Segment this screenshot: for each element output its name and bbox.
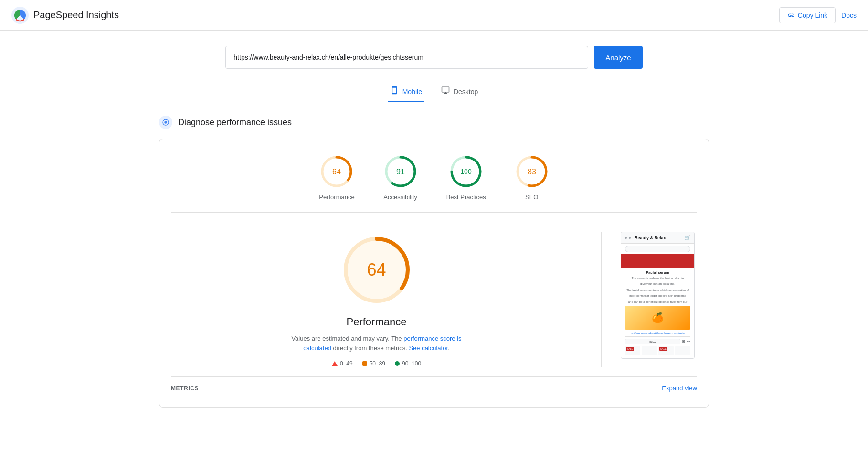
performance-detail-title: Performance bbox=[347, 316, 407, 328]
performance-label: Performance bbox=[319, 193, 354, 201]
device-tabs: Mobile Desktop bbox=[159, 82, 709, 102]
perf-desc-prefix: Values are estimated and may vary. The bbox=[291, 335, 403, 342]
performance-left: 64 Performance Values are estimated and … bbox=[171, 232, 582, 367]
svg-text:91: 91 bbox=[396, 168, 405, 176]
svg-text:100: 100 bbox=[461, 168, 472, 175]
header: PageSpeed Insights Copy Link Docs bbox=[0, 0, 868, 31]
header-right: Copy Link Docs bbox=[779, 7, 857, 23]
seo-label: SEO bbox=[525, 193, 538, 201]
url-input[interactable] bbox=[225, 46, 588, 69]
main-content: Analyze Mobile Desktop Diagnose performa… bbox=[148, 31, 720, 423]
mobile-tab-label: Mobile bbox=[402, 88, 422, 96]
scores-card: 64 Performance 91 Accessibility bbox=[159, 139, 709, 408]
desktop-icon bbox=[441, 86, 450, 97]
mockup-product-desc5: and can be a beneficial option to take f… bbox=[625, 300, 690, 304]
mockup-menu-icon bbox=[625, 237, 627, 239]
diagnose-header: Diagnose performance issues bbox=[159, 116, 709, 129]
diagnose-icon bbox=[159, 116, 172, 129]
accessibility-label: Accessibility bbox=[383, 193, 417, 201]
pass-range: 90–100 bbox=[402, 360, 421, 367]
analyze-button[interactable]: Analyze bbox=[594, 46, 642, 69]
tab-desktop[interactable]: Desktop bbox=[439, 82, 480, 102]
desktop-tab-label: Desktop bbox=[454, 88, 478, 96]
link-icon bbox=[787, 11, 795, 19]
accessibility-circle: 91 bbox=[383, 154, 418, 189]
app-title: PageSpeed Insights bbox=[33, 10, 119, 21]
docs-link[interactable]: Docs bbox=[841, 11, 857, 19]
legend-item-average: 50–89 bbox=[362, 360, 385, 367]
svg-point-2 bbox=[164, 121, 167, 123]
score-legend: 0–49 50–89 90–100 bbox=[332, 360, 421, 367]
performance-detail-section: 64 Performance Values are estimated and … bbox=[171, 224, 697, 367]
performance-circle: 64 bbox=[319, 154, 354, 189]
average-range: 50–89 bbox=[370, 360, 385, 367]
mockup-brand: Beauty & Relax bbox=[635, 236, 666, 240]
pagespeed-logo-icon bbox=[11, 7, 29, 24]
screenshot-mockup: Beauty & Relax 🛒 Facial serum The serum … bbox=[621, 232, 695, 359]
metrics-row: METRICS Expand view bbox=[171, 376, 697, 392]
mockup-product-card-3: SALE bbox=[658, 346, 674, 355]
large-performance-circle: 64 bbox=[339, 232, 415, 308]
copy-link-label: Copy Link bbox=[798, 11, 827, 19]
mockup-filter-row: Filter ⊞ ⋯ bbox=[625, 336, 690, 344]
average-icon bbox=[362, 361, 367, 366]
legend-item-pass: 90–100 bbox=[395, 360, 421, 367]
mobile-icon bbox=[390, 86, 399, 97]
performance-description: Values are estimated and may vary. The p… bbox=[291, 334, 463, 353]
mockup-sale-badge-1: SALE bbox=[626, 347, 634, 351]
perf-desc-middle: directly from these metrics. bbox=[331, 344, 409, 352]
tab-mobile[interactable]: Mobile bbox=[388, 82, 424, 102]
score-item-seo[interactable]: 83 SEO bbox=[515, 154, 549, 201]
mockup-products-row: SALE SALE bbox=[625, 346, 690, 355]
mockup-product-desc2: give your skin an extra tine. bbox=[625, 282, 690, 286]
mockup-product-desc1: The serum is perhaps the best product to bbox=[625, 276, 690, 280]
url-section: Analyze bbox=[159, 46, 709, 69]
fail-icon bbox=[332, 361, 338, 366]
score-item-best-practices[interactable]: 100 Best Practices bbox=[446, 154, 486, 201]
score-item-accessibility[interactable]: 91 Accessibility bbox=[383, 154, 418, 201]
performance-right: Beauty & Relax 🛒 Facial serum The serum … bbox=[621, 232, 697, 367]
svg-text:64: 64 bbox=[333, 168, 341, 176]
mockup-product-card-4 bbox=[675, 346, 690, 355]
mockup-product-card-2 bbox=[642, 346, 657, 355]
large-score-value: 64 bbox=[367, 260, 386, 280]
perf-calculator-link[interactable]: See calculator bbox=[409, 344, 448, 352]
mockup-link: red/buy more about these beauty products bbox=[625, 332, 690, 334]
pass-icon bbox=[395, 361, 400, 366]
mockup-product-card-1: SALE bbox=[625, 346, 640, 355]
legend-item-fail: 0–49 bbox=[332, 360, 353, 367]
mockup-user-icon bbox=[629, 237, 631, 239]
mockup-product-desc4: ingredients that target specific skin pr… bbox=[625, 294, 690, 298]
perf-desc-suffix: . bbox=[448, 344, 450, 352]
mockup-sale-badge-3: SALE bbox=[659, 347, 667, 351]
mockup-body: Facial serum The serum is perhaps the be… bbox=[621, 268, 694, 358]
mockup-banner bbox=[621, 254, 694, 268]
mockup-header: Beauty & Relax 🛒 bbox=[621, 232, 694, 244]
seo-circle: 83 bbox=[515, 154, 549, 189]
fail-range: 0–49 bbox=[340, 360, 353, 367]
mockup-grid-icon: ⊞ bbox=[682, 339, 685, 344]
copy-link-button[interactable]: Copy Link bbox=[779, 7, 836, 23]
best-practices-circle: 100 bbox=[449, 154, 483, 189]
mockup-product-title: Facial serum bbox=[625, 270, 690, 275]
expand-view-link[interactable]: Expand view bbox=[662, 385, 697, 392]
svg-text:83: 83 bbox=[528, 168, 536, 176]
vertical-divider bbox=[601, 232, 602, 367]
scores-row: 64 Performance 91 Accessibility bbox=[171, 154, 697, 213]
mockup-product-image bbox=[625, 306, 690, 330]
mockup-filter-button: Filter bbox=[625, 339, 680, 344]
mockup-search-bar bbox=[625, 246, 690, 252]
best-practices-label: Best Practices bbox=[446, 193, 486, 201]
header-left: PageSpeed Insights bbox=[11, 7, 119, 24]
metrics-label: METRICS bbox=[171, 385, 199, 392]
mockup-more-icon: ⋯ bbox=[687, 339, 690, 344]
mockup-product-desc3: The facial serum contains a high concent… bbox=[625, 288, 690, 292]
score-item-performance[interactable]: 64 Performance bbox=[319, 154, 354, 201]
mockup-cart-icon: 🛒 bbox=[685, 235, 690, 240]
diagnose-title: Diagnose performance issues bbox=[178, 118, 292, 128]
